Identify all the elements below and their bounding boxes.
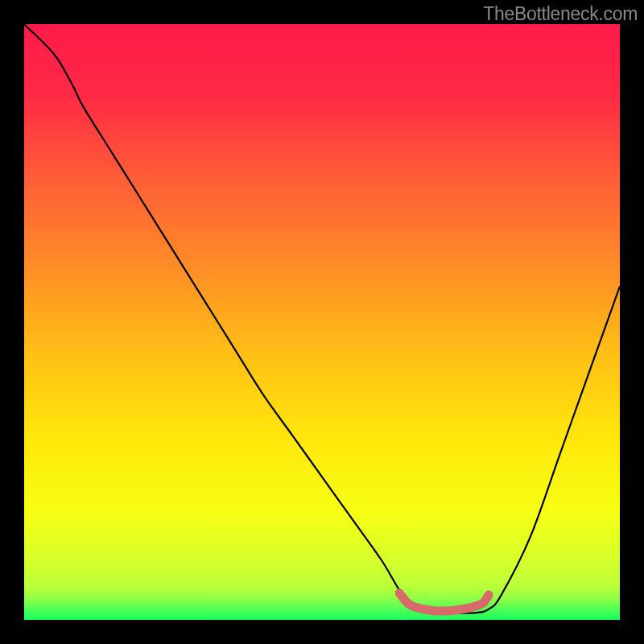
gradient-background xyxy=(24,24,620,620)
chart-container: TheBottleneck.com xyxy=(0,0,644,644)
plot-area xyxy=(24,24,620,620)
chart-svg xyxy=(24,24,620,620)
watermark-text: TheBottleneck.com xyxy=(483,3,638,25)
